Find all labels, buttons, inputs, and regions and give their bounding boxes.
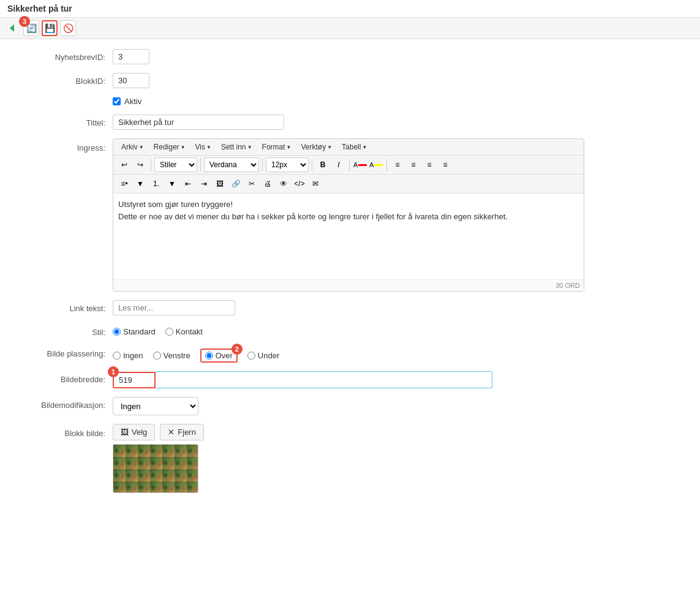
cancel-button[interactable]: 🚫 (60, 20, 76, 36)
ol-dropdown[interactable]: ▼ (165, 176, 179, 191)
bildemodifikasjon-row: Bildemodifikasjon: Ingen Rund Svart/hvit (15, 397, 685, 415)
ingress-line1: Utstyret som gjør turen tryggere! (118, 198, 579, 211)
bg-color-button[interactable]: A (369, 157, 383, 172)
bilde-under-radio[interactable] (247, 352, 255, 360)
menu-tabell-label: Tabell (342, 143, 361, 151)
style-select[interactable]: Stiler (154, 157, 197, 172)
menu-rediger[interactable]: Rediger ▼ (149, 141, 190, 153)
link-tekst-label: Link tekst: (15, 300, 113, 313)
bilde-ingen[interactable]: Ingen (113, 351, 143, 360)
editor-toolbar-1: ↩ ↪ Stiler Verdana 12px B I (113, 156, 584, 175)
stil-label: Stil: (15, 324, 113, 337)
indent-decrease-button[interactable]: ⇤ (181, 176, 195, 191)
menu-vis[interactable]: Vis ▼ (191, 141, 216, 153)
blokk-bilde-controls: 🖼 Velg ✕ Fjern (113, 424, 204, 493)
form-content: NyhetsbrevID: BlokkID: Aktiv Tittel: Ing… (0, 39, 700, 511)
font-color-button[interactable]: A (353, 157, 367, 172)
toolbar-sep-3 (262, 159, 263, 171)
font-family-select[interactable]: Verdana (204, 157, 259, 172)
bilde-under[interactable]: Under (247, 351, 279, 360)
menu-tabell[interactable]: Tabell ▼ (337, 141, 371, 153)
blokk-id-row: BlokkID: (15, 73, 685, 88)
menu-verktoy-label: Verktøy (301, 143, 326, 151)
stil-kontakt[interactable]: Kontakt (165, 327, 203, 336)
toolbar-sep-5 (349, 159, 350, 171)
bilde-over-radio[interactable] (205, 352, 213, 360)
stil-kontakt-radio[interactable] (165, 328, 173, 336)
bilde-plassering-row: Bilde plassering: Ingen Venstre 2 Over U… (15, 345, 685, 363)
tittel-input[interactable] (113, 115, 284, 130)
blokk-id-input[interactable] (113, 73, 149, 88)
indent-increase-button[interactable]: ⇥ (197, 176, 211, 191)
image-preview (113, 444, 198, 493)
bilde-over[interactable]: Over (205, 351, 233, 360)
bildemodifikasjon-select[interactable]: Ingen Rund Svart/hvit (113, 397, 198, 415)
menu-tabell-caret: ▼ (362, 145, 367, 150)
source-button[interactable]: </> (292, 176, 307, 191)
align-justify-button[interactable]: ≡ (438, 157, 453, 172)
main-toolbar: 3 🔄 💾 🚫 (0, 18, 700, 39)
title-bar: Sikkerhet på tur (0, 0, 700, 18)
bildebredde-input[interactable] (113, 372, 156, 388)
undo-button[interactable]: ↩ (117, 157, 132, 172)
preview-button[interactable]: 👁 (276, 176, 291, 191)
menu-sett-inn-caret: ▼ (247, 145, 252, 150)
image-button[interactable]: 🖼 (213, 176, 227, 191)
bilde-venstre-radio[interactable] (153, 352, 161, 360)
stil-standard-radio[interactable] (113, 328, 121, 336)
back-button[interactable] (5, 20, 21, 36)
editor-body[interactable]: Utstyret som gjør turen tryggere! Dette … (113, 194, 584, 279)
redo-button[interactable]: ↪ (133, 157, 148, 172)
align-center-button[interactable]: ≡ (406, 157, 421, 172)
toolbar-sep-1 (151, 159, 151, 171)
italic-button[interactable]: I (331, 157, 346, 172)
print-button[interactable]: 🖨 (260, 176, 275, 191)
badge-3: 3 (19, 16, 30, 27)
velg-icon: 🖼 (121, 428, 129, 437)
blokk-bilde-label: Blokk bilde: (15, 424, 113, 438)
ingress-label: Ingress: (15, 138, 113, 153)
editor-menubar: Arkiv ▼ Rediger ▼ Vis ▼ Sett inn ▼ Forma… (113, 139, 584, 156)
nyhetsbrev-input[interactable] (113, 49, 149, 64)
bilde-ingen-radio[interactable] (113, 352, 121, 360)
blokk-id-label: BlokkID: (15, 73, 113, 86)
bilde-under-label: Under (258, 351, 279, 360)
bilde-over-label: Over (216, 351, 233, 360)
unlink-button[interactable]: ✂ (244, 176, 259, 191)
ul-button[interactable]: ≡• (117, 176, 132, 191)
fjern-button[interactable]: ✕ Fjern (160, 424, 204, 440)
blokk-bilde-row: Blokk bilde: 🖼 Velg ✕ Fjern (15, 424, 685, 493)
menu-format[interactable]: Format ▼ (258, 141, 296, 153)
link-button[interactable]: 🔗 (228, 176, 243, 191)
stil-row: Stil: Standard Kontakt (15, 324, 685, 337)
ul-dropdown[interactable]: ▼ (133, 176, 148, 191)
bildebredde-row: Bildebredde: 1 (15, 371, 685, 388)
reload-button[interactable]: 3 🔄 (23, 20, 39, 36)
font-size-select[interactable]: 12px (266, 157, 309, 172)
menu-verktoy[interactable]: Verktøy ▼ (296, 141, 336, 153)
align-right-button[interactable]: ≡ (422, 157, 437, 172)
toolbar-sep-6 (386, 159, 387, 171)
badge-1: 1 (108, 366, 119, 377)
menu-format-label: Format (262, 143, 285, 151)
link-tekst-row: Link tekst: (15, 300, 685, 315)
velg-button[interactable]: 🖼 Velg (113, 424, 155, 440)
menu-sett-inn[interactable]: Sett inn ▼ (217, 141, 257, 153)
save-button[interactable]: 💾 (42, 20, 58, 36)
email-button[interactable]: ✉ (308, 176, 323, 191)
ol-button[interactable]: 1. (149, 176, 164, 191)
menu-format-caret: ▼ (287, 145, 292, 150)
nyhetsbrev-label: NyhetsbrevID: (15, 49, 113, 62)
svg-marker-0 (10, 25, 14, 32)
aktiv-label[interactable]: Aktiv (124, 97, 141, 106)
bold-button[interactable]: B (315, 157, 330, 172)
link-tekst-input[interactable] (113, 300, 235, 315)
stil-standard[interactable]: Standard (113, 327, 156, 336)
aktiv-checkbox[interactable] (113, 97, 121, 105)
bildebredde-extra-input[interactable] (156, 371, 492, 388)
menu-arkiv[interactable]: Arkiv ▼ (117, 141, 148, 153)
align-left-button[interactable]: ≡ (390, 157, 405, 172)
stil-kontakt-label: Kontakt (176, 327, 203, 336)
fjern-label: Fjern (178, 428, 196, 437)
bilde-venstre[interactable]: Venstre (153, 351, 190, 360)
